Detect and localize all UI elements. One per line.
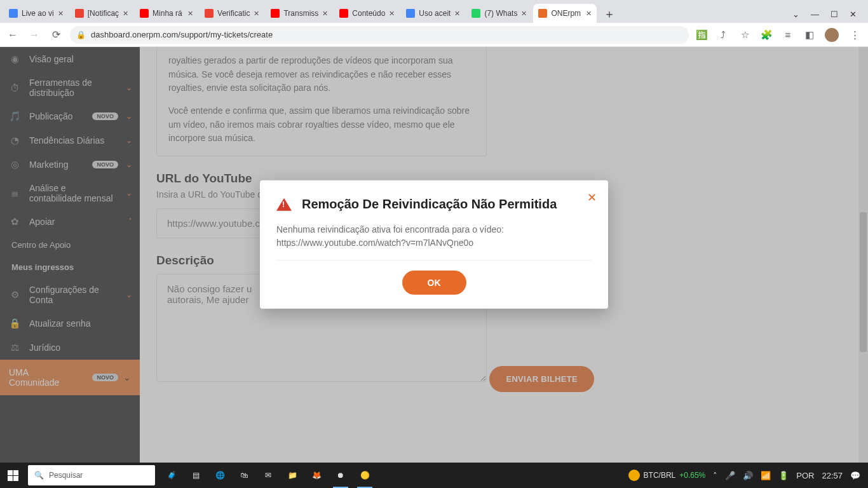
tab-close-icon[interactable]: ✕: [254, 10, 259, 18]
tray-chevron-up-icon[interactable]: ˄: [713, 471, 717, 480]
volume-icon[interactable]: 🔊: [743, 471, 753, 480]
chevron-down-icon[interactable]: ⌄: [792, 10, 799, 19]
modal-ok-button[interactable]: OK: [402, 271, 466, 295]
modal-close-button[interactable]: ✕: [587, 191, 597, 205]
taskbar-app-mail[interactable]: ✉: [257, 463, 280, 488]
tab-favicon: [271, 9, 280, 18]
search-placeholder: Pesquisar: [49, 471, 83, 480]
windows-taskbar: 🔍 Pesquisar 🧳 ▤ 🌐 🛍 ✉ 📁 🦊 ⏺ 🟡 BTC/BRL +0…: [0, 463, 868, 488]
tab-favicon: [205, 9, 214, 18]
clock[interactable]: 22:57: [822, 471, 843, 480]
url-text: dashboard.onerpm.com/support/my-tickets/…: [91, 30, 273, 39]
browser-tab[interactable]: Minha rá✕: [135, 4, 198, 23]
modal-body-line2: https://www.youtube.com/watch?v=m7lANvQn…: [276, 236, 592, 250]
tab-close-icon[interactable]: ✕: [58, 10, 64, 18]
taskbar-app-chrome[interactable]: 🟡: [353, 463, 376, 488]
btc-pair: BTC/BRL: [644, 471, 676, 480]
toolbar-extensions: 🈯 ⤴ ☆ 🧩 ≡ ◧ ⋮: [695, 28, 863, 42]
notifications-icon[interactable]: 💬: [850, 471, 860, 480]
tab-title: (7) Whats: [484, 9, 517, 18]
claim-removal-modal: ✕ Remoção De Reivindicação Não Permitida…: [260, 180, 608, 309]
tab-close-icon[interactable]: ✕: [322, 10, 328, 18]
reading-list-icon[interactable]: ≡: [782, 29, 794, 41]
bookmark-icon[interactable]: ☆: [738, 29, 751, 41]
maximize-button[interactable]: ☐: [831, 10, 838, 19]
new-tab-button[interactable]: ＋: [600, 5, 618, 23]
btc-widget[interactable]: BTC/BRL +0.65%: [628, 470, 706, 481]
taskbar-apps: 🧳 ▤ 🌐 🛍 ✉ 📁 🦊 ⏺ 🟡: [160, 463, 376, 488]
tab-title: Conteúdo: [352, 9, 385, 18]
chrome-menu-button[interactable]: ⋮: [848, 29, 860, 41]
modal-title: Remoção De Reivindicação Não Permitida: [302, 197, 557, 212]
tab-close-icon[interactable]: ✕: [123, 10, 128, 18]
wifi-icon[interactable]: 📶: [761, 471, 771, 480]
taskbar-app-taskview[interactable]: ▤: [184, 463, 207, 488]
search-icon: 🔍: [34, 471, 44, 480]
reload-button[interactable]: ⟳: [48, 27, 64, 43]
lock-icon: 🔒: [76, 30, 86, 39]
warning-icon: [276, 198, 292, 210]
browser-toolbar: ← → ⟳ 🔒 dashboard.onerpm.com/support/my-…: [0, 23, 868, 47]
tab-favicon: [9, 9, 18, 18]
tab-title: [Notificaç: [88, 9, 119, 18]
close-window-button[interactable]: ✕: [850, 10, 857, 19]
modal-body: Nenhuma reivindicação ativa foi encontra…: [276, 223, 592, 250]
address-bar[interactable]: 🔒 dashboard.onerpm.com/support/my-ticket…: [70, 26, 689, 44]
browser-tab[interactable]: Live ao vi✕: [4, 4, 69, 23]
tab-favicon: [75, 9, 84, 18]
browser-tab[interactable]: (7) Whats✕: [466, 4, 532, 23]
start-button[interactable]: [0, 463, 25, 488]
language-indicator[interactable]: POR: [796, 471, 814, 480]
translate-icon[interactable]: 🈯: [695, 29, 708, 41]
tab-title: Verificatic: [217, 9, 250, 18]
minimize-button[interactable]: ―: [811, 10, 819, 19]
tab-favicon: [140, 9, 149, 18]
tab-close-icon[interactable]: ✕: [521, 10, 527, 18]
side-panel-icon[interactable]: ◧: [803, 29, 816, 41]
bitcoin-icon: [628, 470, 640, 481]
tab-title: ONErpm: [551, 9, 582, 18]
browser-tab[interactable]: ONErpm✕: [533, 4, 597, 23]
browser-tab[interactable]: Verificatic✕: [200, 4, 264, 23]
browser-tab[interactable]: [Notificaç✕: [70, 4, 133, 23]
browser-tabstrip: Live ao vi✕[Notificaç✕Minha rá✕Verificat…: [0, 0, 868, 23]
extensions-icon[interactable]: 🧩: [760, 29, 773, 41]
battery-icon[interactable]: 🔋: [778, 471, 789, 480]
tab-close-icon[interactable]: ✕: [454, 10, 460, 18]
taskbar-app-edge[interactable]: 🌐: [208, 463, 231, 488]
tab-favicon: [538, 9, 547, 18]
tab-favicon: [339, 9, 348, 18]
taskbar-app-misc1[interactable]: 🧳: [160, 463, 183, 488]
back-button[interactable]: ←: [5, 27, 20, 43]
microphone-icon[interactable]: 🎤: [725, 471, 735, 480]
tab-close-icon[interactable]: ✕: [187, 10, 193, 18]
tab-close-icon[interactable]: ✕: [389, 10, 395, 18]
taskbar-search[interactable]: 🔍 Pesquisar: [28, 465, 155, 485]
share-icon[interactable]: ⤴: [717, 29, 729, 41]
taskbar-app-firefox[interactable]: 🦊: [305, 463, 328, 488]
profile-avatar[interactable]: [825, 28, 839, 42]
taskbar-app-obs[interactable]: ⏺: [329, 463, 352, 488]
system-tray: BTC/BRL +0.65% ˄ 🎤 🔊 📶 🔋 POR 22:57 💬: [621, 470, 868, 481]
tab-title: Minha rá: [153, 9, 184, 18]
browser-tab[interactable]: Conteúdo✕: [334, 4, 400, 23]
tab-favicon: [406, 9, 415, 18]
taskbar-app-explorer[interactable]: 📁: [281, 463, 304, 488]
modal-body-line1: Nenhuma reivindicação ativa foi encontra…: [276, 223, 592, 236]
window-controls: ⌄ ― ☐ ✕: [785, 10, 864, 23]
tab-title: Transmiss: [283, 9, 318, 18]
browser-tab[interactable]: Uso aceit✕: [401, 4, 465, 23]
tab-title: Live ao vi: [22, 9, 54, 18]
page-viewport: ◉Visão geral⏱Ferramentas de distribuição…: [0, 47, 868, 463]
taskbar-app-store[interactable]: 🛍: [233, 463, 255, 488]
tab-close-icon[interactable]: ✕: [586, 10, 592, 18]
forward-button[interactable]: →: [27, 27, 42, 43]
browser-tab[interactable]: Transmiss✕: [266, 4, 333, 23]
tab-favicon: [471, 9, 480, 18]
tab-title: Uso aceit: [419, 9, 451, 18]
btc-percent: +0.65%: [679, 471, 705, 480]
